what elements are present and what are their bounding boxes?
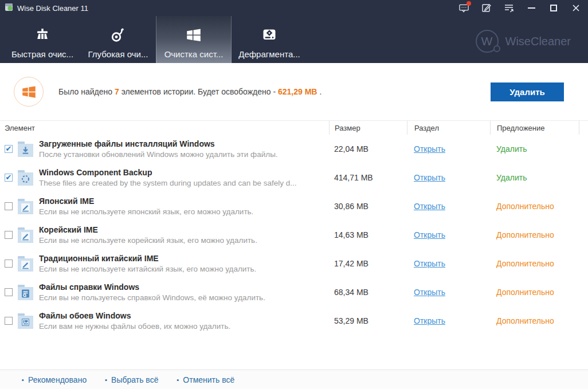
summary-text: Было найдено 7 элементов истории. Будет …: [58, 87, 322, 96]
tab-label: Глубокая очи...: [88, 49, 148, 59]
item-cell: ✔Windows Component BackupThese files are…: [0, 168, 329, 187]
table-header: Элемент Размер Раздел Предложение: [0, 120, 588, 135]
item-title: Загруженные файлы инсталляций Windows: [39, 139, 278, 148]
row-checkbox[interactable]: [5, 260, 13, 268]
help-folder-icon: [18, 287, 33, 300]
square-bullet-icon: ▪: [177, 376, 179, 383]
deselect-all-link[interactable]: ▪Отменить всё: [177, 375, 234, 384]
tabs-container: Быстрая очис...Глубокая очи...Очистка си…: [5, 16, 307, 63]
wallpaper-folder-icon: [18, 316, 33, 329]
table-row: Файлы справки WindowsЕсли вы не пользует…: [0, 278, 588, 307]
item-description: Если вы не используете корейский язык, е…: [39, 236, 257, 245]
row-checkbox[interactable]: [5, 288, 13, 296]
header-size: Размер: [329, 121, 407, 135]
item-size: 17,42 MB: [329, 259, 407, 268]
wisecleaner-logo: W WiseCleaner: [476, 30, 571, 53]
item-description: Если вы не используете китайский язык, е…: [39, 265, 256, 273]
tab-label: Очистка сист...: [164, 49, 224, 59]
square-bullet-icon: ▪: [105, 376, 107, 383]
suggestion-label: Дополнительно: [490, 288, 579, 297]
open-link[interactable]: Открыть: [414, 230, 445, 239]
summary-bar: Было найдено 7 элементов истории. Будет …: [0, 63, 588, 120]
minimize-button[interactable]: [526, 3, 536, 13]
item-text: Загруженные файлы инсталляций WindowsПос…: [39, 139, 278, 159]
square-bullet-icon: ▪: [22, 376, 24, 383]
header-element: Элемент: [0, 121, 329, 135]
open-link[interactable]: Открыть: [414, 173, 445, 182]
item-description: Если вы не пользуетесь справкой Windows,…: [39, 293, 265, 302]
table-row: ✔Загруженные файлы инсталляций WindowsПо…: [0, 135, 588, 163]
tab-4[interactable]: Дефрагмента...: [232, 16, 307, 63]
item-text: Файлы справки WindowsЕсли вы не пользует…: [39, 282, 265, 302]
recommended-link[interactable]: ▪Рекомендовано: [22, 375, 87, 384]
tab-2[interactable]: Глубокая очи...: [80, 16, 156, 63]
item-title: Файлы справки Windows: [39, 282, 265, 292]
item-cell: Корейский IMEЕсли вы не используете коре…: [0, 225, 329, 245]
tab-3[interactable]: Очистка сист...: [156, 16, 232, 63]
select-all-link[interactable]: ▪Выбрать всё: [105, 375, 158, 384]
broom-icon: [34, 23, 50, 44]
open-link[interactable]: Открыть: [414, 202, 445, 211]
item-description: Если вам не нужны файлы обоев, их можно …: [39, 322, 230, 331]
table-row: Корейский IMEЕсли вы не используете коре…: [0, 221, 588, 249]
row-checkbox[interactable]: [5, 202, 13, 210]
header-suggestion: Предложение: [490, 121, 579, 135]
row-checkbox[interactable]: [5, 317, 13, 325]
ime-folder-icon: [18, 201, 33, 214]
row-checkbox[interactable]: ✔: [5, 145, 13, 153]
open-link[interactable]: Открыть: [414, 288, 445, 297]
tab-1[interactable]: Быстрая очис...: [5, 16, 80, 63]
table-row: ✔Windows Component BackupThese files are…: [0, 163, 588, 192]
item-cell: Файлы справки WindowsЕсли вы не пользует…: [0, 282, 329, 302]
item-description: После установки обновлений Windows можно…: [39, 150, 278, 159]
table-row: Файлы обоев WindowsЕсли вам не нужны фай…: [0, 307, 588, 335]
edit-note-icon[interactable]: [481, 3, 492, 13]
tab-label: Дефрагмента...: [238, 49, 300, 59]
item-title: Windows Component Backup: [39, 168, 297, 177]
item-size: 14,63 MB: [329, 230, 407, 239]
item-title: Японский IME: [39, 197, 253, 206]
feedback-message-icon[interactable]: [459, 3, 469, 13]
deep-scan-icon: [110, 23, 126, 44]
item-description: These files are created by the system du…: [39, 179, 297, 187]
header-partition: Раздел: [407, 121, 490, 135]
table-row: Японский IMEЕсли вы не используете японс…: [0, 192, 588, 221]
item-text: Японский IMEЕсли вы не используете японс…: [39, 197, 253, 216]
item-description: Если вы не используете японский язык, ег…: [39, 207, 253, 216]
tab-bar: Быстрая очис...Глубокая очи...Очистка си…: [0, 16, 588, 63]
item-title: Корейский IME: [39, 225, 257, 234]
windows-flag-icon: [14, 77, 44, 107]
app-window: Wise Disk Cleaner 11: [0, 0, 588, 389]
row-checkbox[interactable]: ✔: [5, 174, 13, 182]
item-text: Файлы обоев WindowsЕсли вам не нужны фай…: [39, 311, 230, 331]
wisecleaner-logo-icon: W: [476, 30, 499, 53]
item-text: Традиционный китайский IMEЕсли вы не исп…: [39, 254, 256, 273]
summary-prefix: Было найдено: [58, 87, 112, 96]
summary-suffix: .: [319, 87, 322, 96]
close-button[interactable]: [571, 3, 581, 13]
suggestion-label: Дополнительно: [490, 202, 579, 211]
item-size: 53,29 MB: [329, 316, 407, 325]
open-link[interactable]: Открыть: [414, 259, 445, 268]
item-size: 22,04 MB: [329, 144, 407, 154]
row-checkbox[interactable]: [5, 231, 13, 239]
footer-link-label: Отменить всё: [183, 375, 234, 384]
menu-list-icon[interactable]: [504, 3, 514, 13]
download-folder-icon: [18, 144, 33, 157]
titlebar: Wise Disk Cleaner 11: [0, 0, 588, 16]
item-cell: Традиционный китайский IMEЕсли вы не исп…: [0, 254, 329, 273]
open-link[interactable]: Открыть: [414, 144, 445, 154]
found-count: 7: [115, 87, 119, 96]
delete-button[interactable]: Удалить: [491, 82, 564, 101]
wisecleaner-logo-text: WiseCleaner: [505, 35, 571, 48]
suggestion-label: Дополнительно: [490, 259, 579, 268]
open-link[interactable]: Открыть: [414, 316, 445, 325]
maximize-button[interactable]: [548, 3, 559, 13]
disk-defrag-icon: [261, 23, 277, 44]
suggestion-label: Дополнительно: [490, 316, 579, 325]
suggestion-label: Удалить: [490, 144, 579, 154]
footer-link-label: Выбрать всё: [111, 375, 158, 384]
item-title: Традиционный китайский IME: [39, 254, 256, 263]
freed-size: 621,29 MB: [278, 87, 317, 96]
windows-icon: [185, 23, 202, 44]
